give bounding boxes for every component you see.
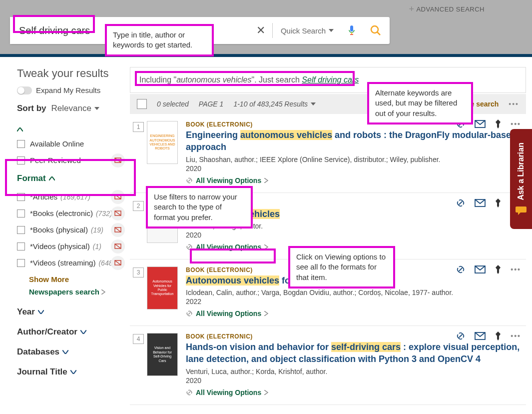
chevron-down-icon bbox=[62, 350, 68, 354]
result-item-1: 1 ENGINEERING AUTONOMOUS VEHICLES AND RO… bbox=[130, 114, 526, 193]
facet-label: Journal Title bbox=[17, 367, 67, 377]
auto-term: autonomous vehicles bbox=[176, 76, 251, 84]
pin-icon[interactable] bbox=[495, 265, 502, 274]
filter-label: *Books (physical) bbox=[30, 226, 88, 234]
email-icon[interactable] bbox=[475, 120, 486, 128]
facet-heading-author-creator[interactable]: Author/Creator bbox=[17, 322, 122, 342]
viewing-options-link[interactable]: All Viewing Options bbox=[186, 176, 268, 184]
filter-count: (19) bbox=[91, 226, 103, 234]
more-icon[interactable]: ••• bbox=[511, 332, 521, 340]
show-more-link[interactable]: Show More bbox=[17, 271, 122, 286]
selected-count: 0 selected bbox=[157, 100, 189, 108]
viewing-options-link[interactable]: All Viewing Options bbox=[186, 243, 268, 251]
email-icon[interactable] bbox=[475, 332, 486, 340]
plus-icon: + bbox=[409, 4, 414, 14]
svg-point-0 bbox=[371, 26, 378, 33]
exclude-icon[interactable] bbox=[111, 240, 125, 254]
newspapers-label: Newspapers search bbox=[29, 288, 99, 296]
advanced-search-label: ADVANCED SEARCH bbox=[416, 6, 485, 13]
link-icon bbox=[186, 310, 193, 317]
exclude-icon[interactable] bbox=[111, 154, 125, 168]
email-icon[interactable] bbox=[475, 199, 486, 207]
chevron-up-icon bbox=[17, 128, 23, 132]
checkbox-icon bbox=[17, 242, 25, 250]
filter-format-3[interactable]: *Videos (physical) (1) bbox=[17, 238, 122, 254]
result-actions: ••• bbox=[456, 331, 521, 341]
search-type-dropdown[interactable]: Quick Search bbox=[273, 26, 342, 35]
sort-value: Relevance bbox=[51, 104, 91, 114]
result-authors: Liu, Shaoshan, author.; IEEE Xplore (Onl… bbox=[186, 156, 521, 164]
facet-heading-journal-title[interactable]: Journal Title bbox=[17, 362, 122, 382]
pin-icon[interactable] bbox=[495, 120, 502, 128]
more-icon[interactable]: ••• bbox=[511, 266, 521, 274]
viewing-label: All Viewing Options bbox=[196, 243, 261, 251]
search-type-label: Quick Search bbox=[281, 26, 326, 35]
result-thumbnail[interactable]: Autonomous Vehicles for Public Transport… bbox=[147, 266, 178, 310]
result-number: 3 bbox=[133, 268, 144, 278]
result-year: 2020 bbox=[186, 231, 521, 239]
exclude-icon[interactable] bbox=[111, 206, 125, 220]
more-actions-icon[interactable]: ••• bbox=[509, 100, 519, 108]
clear-icon[interactable]: ✕ bbox=[249, 24, 272, 37]
sidebar: Tweak your results Expand My Results Sor… bbox=[0, 57, 130, 405]
result-year: 2020 bbox=[186, 376, 521, 384]
email-icon[interactable] bbox=[475, 266, 486, 274]
viewing-options-link[interactable]: All Viewing Options bbox=[186, 310, 268, 318]
expand-label: Expand My Results bbox=[36, 86, 100, 94]
chevron-right-icon bbox=[264, 390, 268, 395]
exclude-icon[interactable] bbox=[111, 190, 125, 204]
exclude-icon[interactable] bbox=[111, 223, 125, 237]
filter-format-0[interactable]: *Articles (169,617) bbox=[17, 188, 122, 205]
filter-format-1[interactable]: *Books (electronic) (732) bbox=[17, 205, 122, 222]
result-thumbnail[interactable]: Vision and Behavior for Self-Driving Car… bbox=[147, 333, 178, 376]
expand-results-toggle[interactable]: Expand My Results bbox=[17, 86, 122, 94]
permalink-icon[interactable] bbox=[456, 331, 466, 341]
more-icon[interactable]: ••• bbox=[511, 120, 521, 128]
viewing-options-link[interactable]: All Viewing Options bbox=[186, 388, 268, 396]
result-title-link[interactable]: Hands-on vision and behavior for self-dr… bbox=[186, 341, 521, 366]
checkbox-icon bbox=[17, 193, 25, 201]
chevron-down-icon bbox=[80, 330, 86, 334]
result-thumbnail[interactable]: ENGINEERING AUTONOMOUS VEHICLES AND ROBO… bbox=[147, 121, 178, 164]
chevron-right-icon bbox=[264, 311, 268, 316]
chevron-down-icon bbox=[38, 310, 44, 314]
facet-label: Databases bbox=[17, 347, 59, 357]
tweak-title: Tweak your results bbox=[17, 67, 122, 80]
callout-viewing-tip: Click on Viewing options to see all fo t… bbox=[288, 246, 395, 288]
filter-format-4[interactable]: *Videos (streaming) (648) bbox=[17, 254, 122, 271]
ask-librarian-tab[interactable]: Ask a Librarian bbox=[510, 129, 532, 229]
result-title-link[interactable]: Engineering autonomous vehicles and robo… bbox=[186, 129, 521, 154]
select-all-checkbox[interactable] bbox=[137, 99, 147, 109]
newspapers-search-link[interactable]: Newspapers search bbox=[17, 286, 122, 302]
result-year: 2020 bbox=[186, 164, 521, 172]
chevron-right-icon bbox=[264, 244, 268, 250]
advanced-search-link[interactable]: + ADVANCED SEARCH bbox=[409, 4, 485, 14]
pin-icon[interactable] bbox=[495, 332, 502, 340]
checkbox-icon bbox=[17, 226, 25, 234]
checkbox-icon bbox=[17, 210, 25, 218]
checkbox-icon bbox=[17, 140, 25, 148]
search-icon[interactable] bbox=[362, 24, 390, 36]
filter-collapse[interactable] bbox=[17, 124, 122, 136]
permalink-icon[interactable] bbox=[456, 198, 466, 208]
results-column: Including "autonomous vehicles". Just se… bbox=[130, 57, 532, 405]
just-search-link[interactable]: Self driving cars bbox=[302, 76, 359, 84]
chevron-down-icon bbox=[70, 370, 76, 374]
top-bar: + ADVANCED SEARCH ✕ Quick Search Type in… bbox=[0, 0, 532, 57]
facet-format-heading[interactable]: Format bbox=[17, 168, 122, 188]
mic-icon[interactable] bbox=[342, 24, 362, 36]
pin-icon[interactable] bbox=[495, 198, 502, 208]
sort-by-row: Sort by Relevance bbox=[17, 104, 122, 114]
facet-heading-year[interactable]: Year bbox=[17, 302, 122, 322]
filter-peer-reviewed[interactable]: Peer Reviewed bbox=[17, 152, 122, 168]
facet-heading-databases[interactable]: Databases bbox=[17, 342, 122, 362]
filter-label: *Books (electronic) bbox=[30, 209, 93, 218]
filter-label: *Videos (streaming) bbox=[30, 258, 95, 267]
sort-by-label: Sort by bbox=[17, 104, 46, 114]
permalink-icon[interactable] bbox=[456, 264, 466, 274]
filter-format-2[interactable]: *Books (physical) (19) bbox=[17, 222, 122, 238]
filter-available-online[interactable]: Available Online bbox=[17, 136, 122, 152]
sort-by-dropdown[interactable]: Relevance bbox=[51, 104, 99, 114]
exclude-icon[interactable] bbox=[111, 256, 125, 270]
results-range-dropdown[interactable]: 1-10 of 483,245 Results bbox=[233, 100, 316, 108]
